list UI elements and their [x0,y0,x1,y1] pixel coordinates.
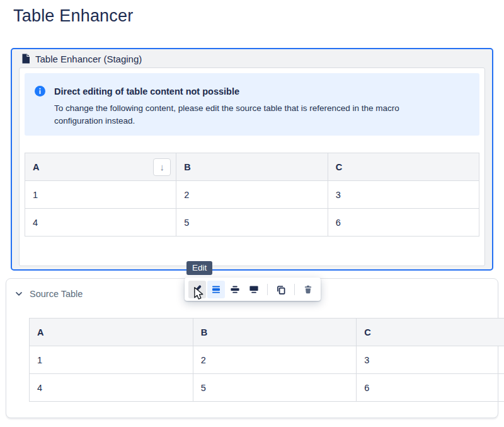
info-icon [35,86,45,97]
layout-wide-icon [230,284,240,295]
layout-full-width-button[interactable] [245,281,263,298]
source-table: A B C 1 2 3 4 5 6 [29,318,504,402]
table-cell: 4 [30,374,193,402]
table-cell: 3 [357,346,504,374]
layout-center-button[interactable] [207,281,225,298]
info-banner-title: Direct editing of table content not poss… [54,86,438,97]
layout-center-icon [211,284,221,295]
document-icon [21,54,30,64]
toolbar-divider [294,284,295,295]
table-cell: 2 [193,346,357,374]
source-header-a: A [30,319,193,346]
table-cell: 1 [30,346,193,374]
staging-panel-header: Table Enhancer (Staging) [12,49,492,68]
layout-full-width-icon [249,284,259,295]
toolbar-divider [267,284,268,295]
page-title: Table Enhancer [13,6,133,26]
table-row: 1 2 3 [30,346,504,374]
table-cell: 2 [176,181,328,209]
chevron-down-icon [15,290,23,298]
staging-table: A ↓ B C 1 2 3 [25,153,479,237]
table-header-row: A ↓ B C [25,153,479,181]
staging-panel-title: Table Enhancer (Staging) [35,54,142,64]
table-cell: 6 [328,209,479,237]
info-banner-body: To change the following content, please … [54,102,438,127]
staging-header-c: C [328,153,479,181]
info-banner: Direct editing of table content not poss… [25,73,479,136]
edit-tooltip: Edit [186,261,212,275]
table-cell: 1 [25,181,176,209]
delete-button[interactable] [299,281,317,298]
table-cell: 4 [25,209,176,237]
sort-descending-button[interactable]: ↓ [153,158,171,176]
mouse-cursor [193,287,204,300]
copy-button[interactable] [272,281,290,298]
source-header-b: B [193,319,357,346]
arrow-down-icon: ↓ [160,162,165,172]
source-table-label: Source Table [30,289,83,299]
trash-icon [303,284,313,295]
source-header-c: C [357,319,504,346]
table-cell: 6 [357,374,504,402]
table-enhancer-page: Table Enhancer Table Enhancer (Staging) … [0,0,504,427]
staging-macro-panel[interactable]: Table Enhancer (Staging) Direct editing … [11,48,493,271]
staging-panel-body: Direct editing of table content not poss… [19,67,485,266]
table-header-row: A B C [30,319,504,346]
table-cell: 3 [328,181,479,209]
table-row: 4 5 6 [25,209,479,237]
staging-header-a: A ↓ [25,153,176,181]
staging-header-b: B [176,153,328,181]
header-label: A [33,162,39,172]
table-row: 4 5 6 [30,374,504,402]
table-row: 1 2 3 [25,181,479,209]
layout-wide-button[interactable] [226,281,244,298]
table-cell: 5 [193,374,357,402]
copy-icon [276,284,286,295]
table-cell: 5 [176,209,328,237]
macro-toolbar [185,278,321,301]
